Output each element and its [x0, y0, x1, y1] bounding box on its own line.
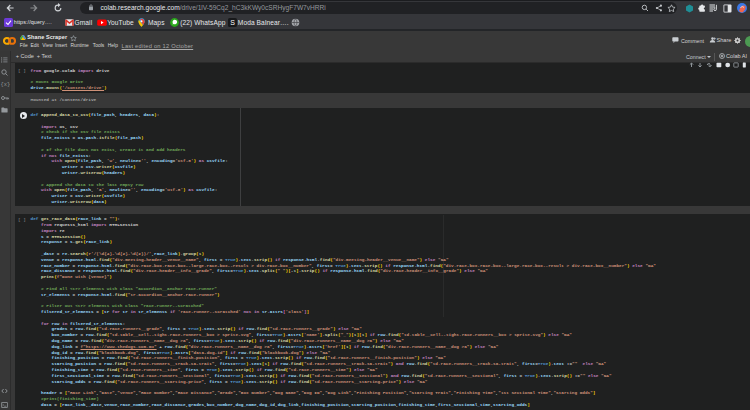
svg-text:S: S — [230, 19, 235, 26]
